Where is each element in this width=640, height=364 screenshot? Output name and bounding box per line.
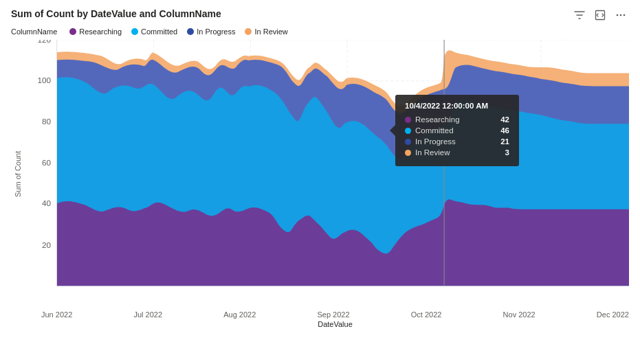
expand-icon[interactable] bbox=[592, 8, 608, 25]
legend-item-inprogress: In Progress bbox=[187, 27, 235, 36]
y-axis-label: Sum of Count bbox=[11, 40, 25, 308]
svg-point-2 bbox=[620, 14, 622, 16]
chart-inner: 120 100 80 60 40 20 bbox=[27, 40, 629, 308]
legend-item-inreview: In Review bbox=[245, 27, 287, 36]
svg-text:20: 20 bbox=[42, 240, 52, 249]
x-tick-jun: Jun 2022 bbox=[41, 310, 72, 319]
legend-label-inprogress: In Progress bbox=[197, 27, 235, 36]
x-tick-jul: Jul 2022 bbox=[133, 310, 162, 319]
legend-label-researching: Researching bbox=[79, 27, 122, 36]
legend-label-committed: Committed bbox=[141, 27, 177, 36]
x-tick-oct: Oct 2022 bbox=[411, 310, 442, 319]
more-icon[interactable] bbox=[613, 8, 629, 25]
x-tick-dec: Dec 2022 bbox=[597, 310, 629, 319]
svg-point-3 bbox=[624, 14, 626, 16]
legend-dot-researching bbox=[69, 28, 76, 35]
chart-title: Sum of Count by DateValue and ColumnName bbox=[11, 8, 221, 19]
x-axis-label: DateValue bbox=[41, 320, 629, 328]
svg-text:100: 100 bbox=[38, 76, 52, 84]
svg-text:40: 40 bbox=[42, 199, 52, 208]
legend-label-inreview: In Review bbox=[254, 27, 287, 36]
x-axis-ticks: Jun 2022 Jul 2022 Aug 2022 Sep 2022 Oct … bbox=[41, 308, 629, 319]
header-icons bbox=[571, 8, 629, 25]
svg-text:60: 60 bbox=[42, 158, 52, 167]
legend-dot-inprogress bbox=[187, 28, 194, 35]
x-tick-aug: Aug 2022 bbox=[223, 310, 256, 319]
chart-container: Sum of Count by DateValue and ColumnName bbox=[0, 0, 640, 364]
x-tick-nov: Nov 2022 bbox=[503, 310, 536, 319]
legend-item-researching: Researching bbox=[69, 27, 122, 36]
legend-column-label: ColumnName bbox=[11, 27, 57, 36]
legend-item-committed: Committed bbox=[131, 27, 177, 36]
chart-header: Sum of Count by DateValue and ColumnName bbox=[11, 8, 629, 25]
legend-dot-inreview bbox=[245, 28, 252, 35]
svg-text:120: 120 bbox=[38, 40, 52, 44]
x-tick-sep: Sep 2022 bbox=[317, 310, 349, 319]
chart-area: Sum of Count 120 bbox=[11, 40, 629, 308]
filter-icon[interactable] bbox=[571, 8, 588, 25]
svg-point-1 bbox=[617, 14, 619, 16]
legend-dot-committed bbox=[131, 28, 138, 35]
svg-text:80: 80 bbox=[42, 117, 52, 126]
legend: ColumnName Researching Committed In Prog… bbox=[11, 27, 629, 36]
chart-svg: 120 100 80 60 40 20 bbox=[27, 40, 629, 308]
